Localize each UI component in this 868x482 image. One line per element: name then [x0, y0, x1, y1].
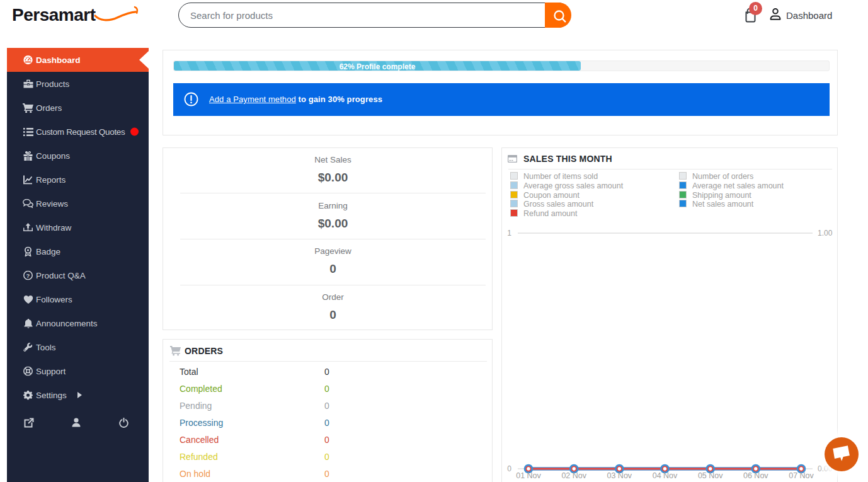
svg-text:1: 1 [507, 229, 511, 238]
svg-text:1.00: 1.00 [818, 229, 833, 238]
svg-text:04 Nov: 04 Nov [653, 471, 678, 480]
svg-text:0: 0 [507, 464, 511, 473]
svg-text:05 Nov: 05 Nov [698, 471, 723, 480]
svg-text:02 Nov: 02 Nov [561, 471, 586, 480]
svg-text:03 Nov: 03 Nov [607, 471, 632, 480]
svg-text:06 Nov: 06 Nov [743, 471, 768, 480]
svg-text:07 Nov: 07 Nov [789, 471, 814, 480]
svg-text:?: ? [26, 272, 30, 279]
svg-text:01 Nov: 01 Nov [516, 471, 541, 480]
